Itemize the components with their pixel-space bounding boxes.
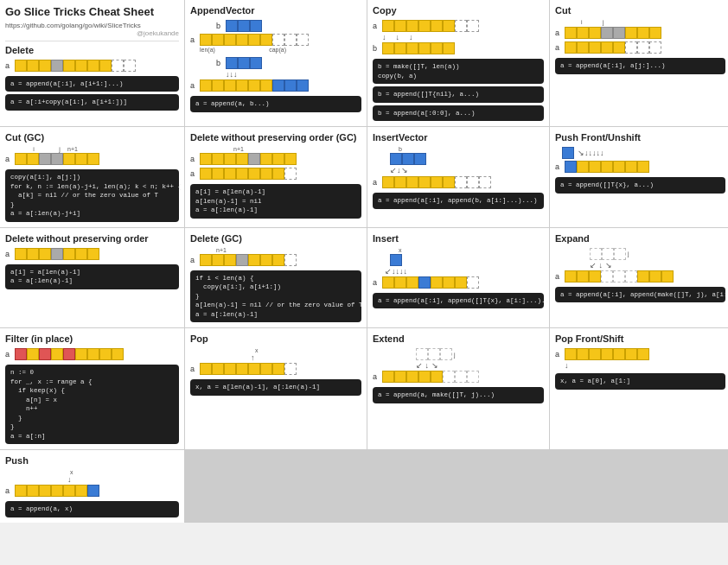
appendvector-diagram: b a len(a)cap(a) xyxy=(190,19,361,92)
cut-code: a = append(a[:i], a[j:]...) xyxy=(555,58,725,74)
deletegc-code: if i < len(a) { copy(a[i:], a[i+1:]) } a… xyxy=(190,270,361,323)
delete-without-order-gc-diagram: n+1 a a xyxy=(190,146,361,181)
delete-diagram: a xyxy=(5,59,179,73)
insert-card: Insert x ↙↓↓↓↓ a a = append(a[:i], appen… xyxy=(367,228,549,328)
app-url: https://github.com/golang/go/wiki/SliceT… xyxy=(5,22,179,29)
filter-diagram: a xyxy=(5,347,179,361)
filter-title: Filter (in place) xyxy=(5,333,179,344)
cut-card: Cut i j a a xyxy=(550,0,728,126)
copy-code3: b = append(a[:0:0], a...) xyxy=(373,105,544,122)
expand-code: a = append(a[:i], append(make([]T, j), a… xyxy=(555,287,725,303)
popfront-title: Pop Front/Shift xyxy=(555,333,725,344)
deletegc-title: Delete (GC) xyxy=(190,233,361,244)
delete-code2: a = a[:i+copy(a[i:], a[i+1:])] xyxy=(5,94,179,111)
cutgc-diagram: i j n+1 a xyxy=(5,146,179,166)
expand-diagram: j ↙ ↓ ↘ a xyxy=(555,247,725,283)
appendvector-card: AppendVector b a len(a)cap(a xyxy=(185,0,367,126)
extend-title: Extend xyxy=(373,333,544,344)
appendvector-title: AppendVector xyxy=(190,5,361,16)
extend-card: Extend j ↙ ↓ ↘ a a = append(a, make([ xyxy=(367,328,549,449)
appendvector-code: a = append(a, b...) xyxy=(190,96,361,112)
delete-without-order-diagram: a xyxy=(5,247,179,261)
copy-title: Copy xyxy=(373,5,544,16)
pushfront-diagram: ↘↓↓↓↓↓ a xyxy=(555,146,725,174)
insertvector-card: InsertVector b ↙↓↘ a xyxy=(367,127,549,227)
copy-code2: b = append([]T{nil}, a...) xyxy=(373,86,544,103)
delete-without-order-card: Delete without preserving order a a[i] =… xyxy=(0,228,184,328)
push-diagram: x ↓ a xyxy=(5,469,179,498)
delete-without-order-code: a[i] = a[len(a)-1] a = a[:len(a)-1] xyxy=(5,264,179,289)
app-author: @joekukande xyxy=(5,29,179,37)
pushfront-card: Push Front/Unshift ↘↓↓↓↓↓ a a = append([… xyxy=(550,127,728,227)
delete-title: Delete xyxy=(5,45,179,55)
cutgc-card: Cut (GC) i j n+1 a copy(a[i:], a[j:]) fo… xyxy=(0,127,184,227)
cut-diagram: i j a a xyxy=(555,19,725,54)
delete-code1: a = append(a[:i], a[i+1:]...) xyxy=(5,76,179,92)
delete-without-order-gc-title: Delete without preserving order (GC) xyxy=(190,132,361,143)
pop-card: Pop x ↑ a x, a = a[len(a)-1], a[:len(a)-… xyxy=(185,328,367,449)
expand-card: Expand j ↙ ↓ ↘ a a = append( xyxy=(550,228,728,328)
expand-title: Expand xyxy=(555,233,725,244)
delete-without-order-title: Delete without preserving order xyxy=(5,233,179,244)
extend-code: a = append(a, make([]T, j)...) xyxy=(373,387,544,403)
insertvector-code: a = append(a[:i], append(b, a[i:]...)...… xyxy=(373,193,544,209)
extend-diagram: j ↙ ↓ ↘ a xyxy=(373,347,544,384)
header-card: Go Slice Tricks Cheat Sheet https://gith… xyxy=(0,0,184,126)
popfront-card: Pop Front/Shift a ↓ x, a = a[0], a[1:] xyxy=(550,328,728,449)
copy-card: Copy a ↓↓↓ b xyxy=(367,0,549,126)
main-page: Go Slice Tricks Cheat Sheet https://gith… xyxy=(0,0,728,523)
filter-code: n := 0 for _, x := range a { if keep(x) … xyxy=(5,365,179,444)
insert-code: a = append(a[:i], append([]T{x}, a[i:]..… xyxy=(373,293,544,309)
cutgc-title: Cut (GC) xyxy=(5,132,179,143)
insert-diagram: x ↙↓↓↓↓ a xyxy=(373,247,544,289)
delete-without-order-gc-code: a[i] = a[len(a)-1] a[len(a)-1] = nil a =… xyxy=(190,184,361,219)
popfront-code: x, a = a[0], a[1:] xyxy=(555,373,725,390)
push-title: Push xyxy=(5,455,179,466)
insert-title: Insert xyxy=(373,233,544,244)
push-code: a = append(a, x) xyxy=(5,501,179,517)
pop-diagram: x ↑ a xyxy=(190,347,361,376)
app-title: Go Slice Tricks Cheat Sheet xyxy=(5,5,179,20)
pop-title: Pop xyxy=(190,333,361,344)
delete-without-order-gc-card: Delete without preserving order (GC) n+1… xyxy=(185,127,367,227)
cutgc-code: copy(a[i:], a[j:]) for k, n := len(a)-j+… xyxy=(5,169,179,222)
filter-card: Filter (in place) a n := 0 for _, x := r… xyxy=(0,328,184,449)
push-card: Push x ↓ a a = append(a, x) xyxy=(0,450,184,523)
popfront-diagram: a ↓ xyxy=(555,347,725,370)
insertvector-title: InsertVector xyxy=(373,132,544,143)
copy-diagram: a ↓↓↓ b xyxy=(373,19,544,55)
copy-code1: b = make([]T, len(a)) copy(b, a) xyxy=(373,59,544,84)
cut-title: Cut xyxy=(555,5,725,16)
insertvector-diagram: b ↙↓↘ a xyxy=(373,146,544,189)
deletegc-diagram: n+1 a xyxy=(190,247,361,267)
pushfront-title: Push Front/Unshift xyxy=(555,132,725,143)
pop-code: x, a = a[len(a)-1], a[:len(a)-1] xyxy=(190,379,361,396)
deletegc-card: Delete (GC) n+1 a if i < len(a) { copy(a… xyxy=(185,228,367,328)
pushfront-code: a = append([]T{x}, a...) xyxy=(555,177,725,194)
